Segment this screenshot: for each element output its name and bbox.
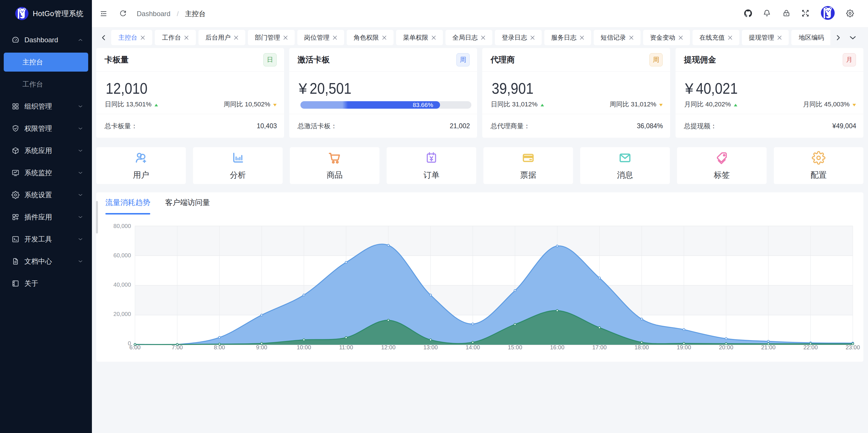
svg-text:23:00: 23:00 bbox=[846, 344, 860, 350]
svg-text:40,000: 40,000 bbox=[114, 282, 131, 288]
svg-text:10:00: 10:00 bbox=[297, 344, 311, 350]
svg-text:20:00: 20:00 bbox=[719, 344, 733, 350]
svg-text:15:00: 15:00 bbox=[508, 344, 522, 350]
svg-text:12:00: 12:00 bbox=[381, 344, 396, 350]
svg-text:7:00: 7:00 bbox=[172, 344, 183, 350]
svg-text:18:00: 18:00 bbox=[634, 344, 649, 350]
svg-text:14:00: 14:00 bbox=[466, 344, 480, 350]
svg-text:8:00: 8:00 bbox=[214, 344, 225, 350]
svg-text:80,000: 80,000 bbox=[114, 223, 131, 229]
svg-text:16:00: 16:00 bbox=[550, 344, 564, 350]
svg-text:6:00: 6:00 bbox=[129, 344, 141, 350]
svg-text:60,000: 60,000 bbox=[114, 252, 131, 258]
svg-text:17:00: 17:00 bbox=[592, 344, 607, 350]
svg-text:20,000: 20,000 bbox=[114, 311, 131, 317]
svg-text:9:00: 9:00 bbox=[256, 344, 268, 350]
svg-text:19:00: 19:00 bbox=[677, 344, 691, 350]
svg-text:22:00: 22:00 bbox=[803, 344, 818, 350]
svg-text:13:00: 13:00 bbox=[423, 344, 438, 350]
svg-text:11:00: 11:00 bbox=[339, 344, 353, 350]
svg-text:21:00: 21:00 bbox=[761, 344, 776, 350]
